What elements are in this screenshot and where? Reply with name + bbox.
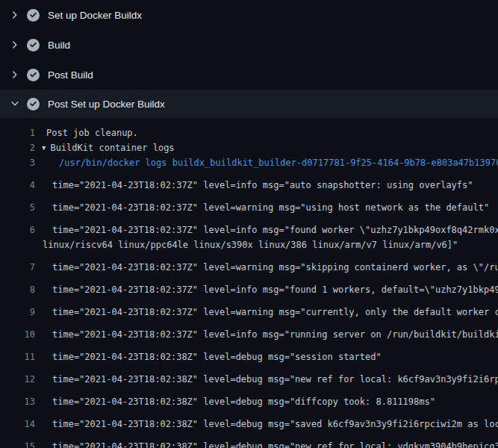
log-line: 7 time="2021-04-23T18:02:37Z" level=warn… [0, 252, 498, 275]
chevron-down-icon [10, 99, 20, 109]
check-circle-icon [27, 9, 40, 22]
log-line-text: time="2021-04-23T18:02:38Z" level=debug … [52, 394, 435, 409]
log-viewer: 1 Post job cleanup. 2 ▼ BuildKit contain… [0, 118, 498, 448]
log-line-text: time="2021-04-23T18:02:38Z" level=debug … [52, 349, 382, 364]
log-line: 8 time="2021-04-23T18:02:37Z" level=info… [0, 275, 498, 297]
log-line-text: time="2021-04-23T18:02:38Z" level=debug … [52, 417, 498, 432]
log-line-number[interactable]: 1 [0, 125, 35, 140]
step-section-header-set-up-docker-buildx[interactable]: Set up Docker Buildx [0, 0, 498, 30]
log-line-text: time="2021-04-23T18:02:38Z" level=debug … [52, 372, 498, 387]
log-line-number[interactable]: 12 [0, 372, 35, 387]
log-line: 15 time="2021-04-23T18:02:38Z" level=deb… [0, 432, 498, 448]
log-line-number[interactable]: 4 [0, 178, 35, 193]
log-line-number[interactable]: 8 [0, 282, 35, 297]
log-line: 4 time="2021-04-23T18:02:37Z" level=info… [0, 170, 498, 193]
log-line-text: time="2021-04-23T18:02:37Z" level=warnin… [52, 260, 498, 275]
log-line-text: time="2021-04-23T18:02:38Z" level=debug … [52, 439, 498, 448]
log-line-text: Post job cleanup. [46, 125, 138, 140]
check-circle-icon [27, 69, 40, 81]
log-line-number[interactable]: 2 [0, 140, 35, 155]
log-line: 12 time="2021-04-23T18:02:38Z" level=deb… [0, 364, 498, 387]
log-line: 14 time="2021-04-23T18:02:38Z" level=deb… [0, 409, 498, 432]
step-section-header-post-build[interactable]: Post Build [0, 60, 498, 90]
log-line-number[interactable]: 9 [0, 305, 35, 320]
log-line: linux/riscv64 linux/ppc64le linux/s390x … [0, 237, 498, 252]
log-line-text: time="2021-04-23T18:02:37Z" level=warnin… [52, 200, 489, 215]
step-section-label: Build [48, 40, 70, 51]
log-line: 10 time="2021-04-23T18:02:37Z" level=inf… [0, 320, 498, 342]
chevron-right-icon [10, 40, 20, 50]
workflow-steps-list: Set up Docker Buildx Build Post Build Po… [0, 0, 498, 118]
log-line: 6 time="2021-04-23T18:02:37Z" level=info… [0, 215, 498, 237]
log-line: 9 time="2021-04-23T18:02:37Z" level=warn… [0, 297, 498, 320]
log-line-number[interactable]: 7 [0, 260, 35, 275]
log-line-number[interactable]: 15 [0, 439, 35, 448]
log-line-text: time="2021-04-23T18:02:37Z" level=warnin… [52, 305, 498, 320]
log-line-text: linux/riscv64 linux/ppc64le linux/s390x … [43, 237, 458, 252]
log-line-text: time="2021-04-23T18:02:37Z" level=info m… [52, 327, 498, 342]
log-line: 3 /usr/bin/docker logs buildx_buildkit_b… [0, 155, 498, 170]
log-line-text[interactable]: BuildKit container logs [50, 140, 174, 155]
check-circle-icon [27, 98, 40, 111]
step-section-label: Post Set up Docker Buildx [48, 99, 165, 110]
log-line-number[interactable] [0, 237, 35, 252]
log-line-text: /usr/bin/docker logs buildx_buildkit_bui… [59, 155, 498, 170]
step-section-header-build[interactable]: Build [0, 30, 498, 60]
chevron-right-icon [10, 10, 20, 20]
log-line-number[interactable]: 13 [0, 394, 35, 409]
log-line: 11 time="2021-04-23T18:02:38Z" level=deb… [0, 342, 498, 364]
log-line-text: time="2021-04-23T18:02:37Z" level=info m… [52, 223, 498, 237]
step-section-label: Set up Docker Buildx [48, 10, 142, 21]
check-circle-icon [27, 39, 40, 52]
step-section-label: Post Build [48, 69, 93, 81]
log-line-number[interactable]: 6 [0, 223, 35, 237]
log-line: 1 Post job cleanup. [0, 125, 498, 140]
log-line-number[interactable]: 11 [0, 349, 35, 364]
log-line-text: time="2021-04-23T18:02:37Z" level=info m… [52, 282, 498, 297]
expand-triangle-icon[interactable]: ▼ [42, 140, 46, 155]
log-line-number[interactable]: 14 [0, 417, 35, 432]
log-line: 5 time="2021-04-23T18:02:37Z" level=warn… [0, 193, 498, 215]
step-section-header-post-set-up-docker-buildx[interactable]: Post Set up Docker Buildx [0, 90, 498, 118]
log-line-number[interactable]: 10 [0, 327, 35, 342]
log-line: 2 ▼ BuildKit container logs [0, 140, 498, 155]
log-line-number[interactable]: 3 [0, 155, 35, 170]
log-line-number[interactable]: 5 [0, 200, 35, 215]
log-line: 13 time="2021-04-23T18:02:38Z" level=deb… [0, 387, 498, 409]
log-line-text: time="2021-04-23T18:02:37Z" level=info m… [52, 178, 473, 193]
chevron-right-icon [10, 69, 20, 80]
